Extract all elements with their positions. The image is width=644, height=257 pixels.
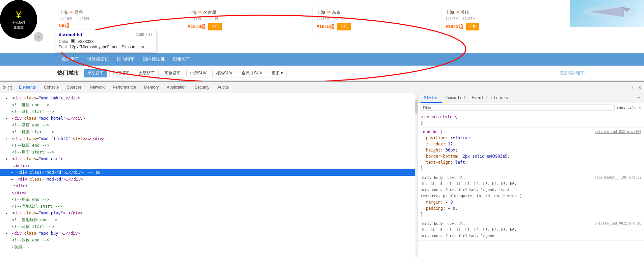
more-car-types-button[interactable]: 更多 ▾ <box>268 69 287 77</box>
nav-link[interactable]: 国内租车 <box>113 56 139 62</box>
badge-icon: ¥ <box>16 9 21 20</box>
grab-button[interactable]: 立抢 <box>337 23 351 30</box>
airplane-svg <box>570 0 644 27</box>
flight-card: 上海 ⇒ 名古屋 1月17日 - 1月24日 ¥1818起 立抢 <box>184 7 313 33</box>
grab-button[interactable]: 立抢 <box>466 23 479 30</box>
from-city: 上海 <box>446 9 454 16</box>
car-type-button[interactable]: 大型轿车 <box>135 69 159 77</box>
nav-link[interactable]: 境外租车 <box>57 56 83 62</box>
nav-link[interactable]: 境外接送机 <box>83 56 113 62</box>
arrow-icon: ⇒ <box>327 9 330 16</box>
price-row: ¥1818起 立抢 <box>188 23 308 30</box>
from-city: 上海 <box>59 9 68 16</box>
sub-nav-label: 热门城市 <box>57 70 79 77</box>
car-type-button[interactable]: 高档轿车 <box>161 69 184 77</box>
browser-content: ¥ 手机预订更便宜 › 上海 ⇒ 曼谷 1月19日 - 1月26日 09起 上海… <box>0 0 644 81</box>
nav-link[interactable]: 国内接送机 <box>139 56 169 62</box>
more-overseas-link[interactable]: 更多境外租车 › <box>560 70 587 76</box>
flight-card: 上海 ⇒ 曼谷 1月19日 - 1月26日 09起 <box>55 7 184 33</box>
arrow-icon: ⇒ <box>198 9 202 16</box>
route: 上海 ⇒ 名古屋 <box>188 9 308 16</box>
airplane-banner <box>570 0 644 27</box>
from-city: 上海 <box>188 9 197 16</box>
flight-dates: 1月19日 - 1月26日 <box>59 16 180 21</box>
tooltip-dimensions: 1180 × 38 <box>136 32 153 37</box>
flight-card: 上海 ⇒ 釜山 1月17日 - 1月24日 ¥1942起 立抢 <box>441 7 570 33</box>
prev-arrow[interactable]: › <box>34 32 43 42</box>
price-row: ¥1942起 立抢 <box>446 23 566 30</box>
badge-text: 手机预订更便宜 <box>12 20 25 30</box>
tooltip-font-value: 12px "Microsoft yahei", arial, Simsun, s… <box>70 45 147 49</box>
flight-dates: 1月17日 - 1月24日 <box>188 16 308 21</box>
red-badge: ¥ 手机预订更便宜 <box>0 0 37 39</box>
flight-card: 上海 ⇒ 东京 1月18日 - 1月25日 ¥1818起 立抢 <box>313 7 441 33</box>
flight-price: ¥1818起 <box>188 24 206 30</box>
car-type-button[interactable]: 中型SUV <box>186 69 210 77</box>
nav-link[interactable]: 日租包车 <box>169 56 194 62</box>
to-city: 东京 <box>332 9 341 16</box>
flight-dates: 1月17日 - 1月24日 <box>446 16 566 21</box>
color-swatch <box>71 39 75 43</box>
route: 上海 ⇒ 曼谷 <box>59 9 180 16</box>
flight-price: ¥1942起 <box>446 24 463 30</box>
route: 上海 ⇒ 东京 <box>317 9 437 16</box>
tooltip-font-label: Font <box>59 45 67 49</box>
grab-button[interactable]: 立抢 <box>208 23 222 30</box>
car-type-button[interactable]: 全尺寸SUV <box>238 69 266 77</box>
car-type-button[interactable]: 标准SUV <box>212 69 236 77</box>
flight-dates: 1月18日 - 1月25日 <box>317 16 437 21</box>
tooltip-font-row: Font 12px "Microsoft yahei", arial, Sims… <box>59 45 153 49</box>
car-type-button[interactable]: 中型轿车 <box>109 69 133 77</box>
arrow-icon: ⇒ <box>456 9 459 16</box>
tooltip-color-row: Color #333333 <box>59 39 153 44</box>
car-type-button[interactable]: 小型轿车 <box>84 69 107 77</box>
tooltip-color-value: #333333 <box>78 39 94 44</box>
tooltip-color-label: Color <box>59 39 69 44</box>
element-tooltip: div.mod-hd 1180 × 38 Color #333333 Font … <box>55 30 156 52</box>
to-city: 釜山 <box>461 9 469 16</box>
route: 上海 ⇒ 釜山 <box>446 9 566 16</box>
price-row: ¥1818起 立抢 <box>317 23 437 30</box>
from-city: 上海 <box>317 9 325 16</box>
to-city: 名古屋 <box>203 9 216 16</box>
flight-price: ¥1818起 <box>317 24 334 30</box>
sub-nav: 热门城市 小型轿车 中型轿车 大型轿车 高档轿车 中型SUV 标准SUV 全尺寸… <box>0 66 644 81</box>
flight-price: 09起 <box>59 23 180 29</box>
to-city: 曼谷 <box>74 9 83 16</box>
main-nav: 境外租车 境外接送机 国内租车 国内接送机 日租包车 <box>0 53 644 66</box>
arrow-icon: ⇒ <box>69 9 73 16</box>
flight-cards: 上海 ⇒ 曼谷 1月19日 - 1月26日 09起 上海 ⇒ 名古屋 1月17日… <box>55 7 570 33</box>
